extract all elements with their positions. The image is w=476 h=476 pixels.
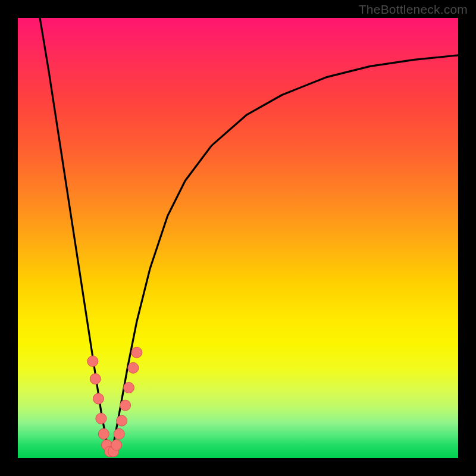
marker-point: [114, 428, 124, 439]
marker-point: [111, 440, 122, 450]
marker-point: [90, 374, 101, 384]
marker-point: [98, 428, 109, 439]
marker-point: [93, 393, 104, 404]
marker-point: [87, 356, 98, 367]
chart-svg: [18, 18, 458, 458]
marker-point: [131, 347, 142, 358]
marker-point: [123, 383, 134, 393]
chart-frame: TheBottleneck.com: [0, 0, 476, 476]
marker-point: [96, 413, 107, 424]
plot-area: [18, 18, 458, 458]
bottleneck-curve: [40, 18, 458, 449]
marker-point: [120, 400, 131, 411]
marker-point: [117, 415, 127, 426]
attribution-text: TheBottleneck.com: [359, 2, 468, 17]
marker-point: [128, 362, 139, 373]
highlighted-points: [87, 347, 142, 457]
